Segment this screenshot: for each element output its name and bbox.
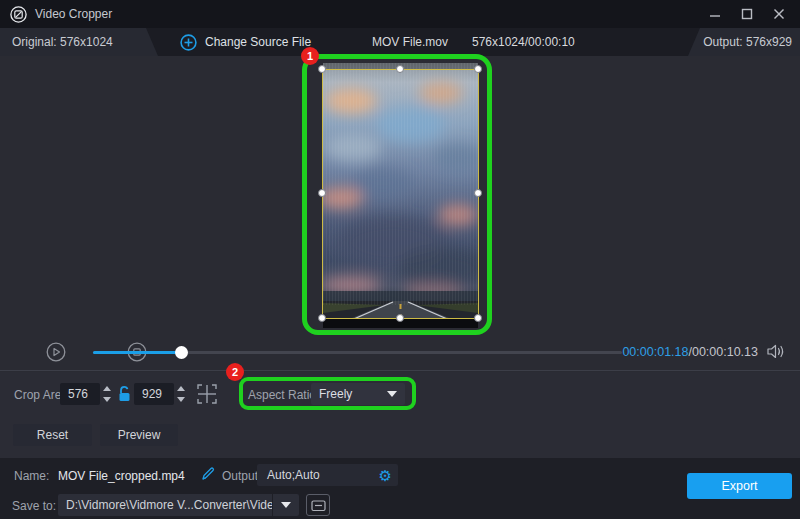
crop-width-input[interactable]: 576 — [60, 383, 100, 405]
close-icon — [773, 8, 785, 20]
aspect-ratio-dropdown[interactable]: Freely — [311, 383, 405, 405]
add-plus-icon — [180, 34, 197, 51]
close-button[interactable] — [768, 5, 790, 23]
output-size-tab: Output: 576x929 — [688, 28, 800, 56]
chevron-down-icon — [281, 502, 291, 508]
play-icon — [46, 342, 66, 362]
maximize-icon — [741, 8, 753, 20]
crop-height-input[interactable]: 929 — [134, 383, 174, 405]
original-size-label: Original: 576x1024 — [12, 35, 113, 49]
folder-icon — [311, 499, 326, 512]
rename-button[interactable] — [200, 466, 216, 482]
seek-thumb[interactable] — [175, 346, 188, 359]
window-title: Video Cropper — [35, 7, 112, 21]
crop-handle-top-left[interactable] — [318, 65, 326, 73]
aspect-ratio-value: Freely — [319, 387, 352, 401]
aspect-ratio-label: Aspect Ratio: — [248, 388, 319, 402]
minimize-icon — [709, 8, 721, 20]
aspect-lock-toggle[interactable] — [117, 385, 132, 402]
width-increment-arrow[interactable] — [103, 386, 111, 391]
output-settings-panel: Name: MOV File_cropped.mp4 Output: Auto;… — [0, 458, 800, 519]
export-button[interactable]: Export — [687, 473, 792, 499]
crop-handle-bottom-left[interactable] — [318, 314, 326, 322]
crop-height-stepper — [177, 384, 189, 404]
time-display: 00:00:01.18/00:00:10.13 — [622, 334, 758, 370]
annotation-badge-1: 1 — [301, 47, 319, 65]
annotation-badge-2: 2 — [226, 363, 244, 381]
speaker-icon — [766, 343, 786, 360]
maximize-button[interactable] — [736, 5, 758, 23]
open-folder-button[interactable] — [306, 494, 330, 516]
gear-icon[interactable]: ⚙ — [379, 468, 392, 483]
titlebar: Video Cropper — [0, 0, 800, 28]
height-decrement-arrow[interactable] — [177, 397, 185, 402]
preview-button[interactable]: Preview — [100, 424, 178, 446]
output-file-name: MOV File_cropped.mp4 — [58, 469, 185, 483]
seek-slider[interactable] — [93, 344, 622, 360]
video-cropper-window: Video Cropper Original: 576x1 — [0, 0, 800, 519]
output-format-field[interactable]: Auto;Auto ⚙ — [257, 464, 398, 486]
crop-handle-middle-right[interactable] — [474, 189, 482, 197]
crosshair-icon — [194, 381, 220, 407]
volume-button[interactable] — [766, 343, 786, 360]
reset-button[interactable]: Reset — [13, 424, 92, 446]
video-canvas — [323, 63, 478, 328]
app-logo-icon — [10, 6, 27, 23]
crop-area-row: Crop Area: 576 929 — [0, 372, 800, 416]
width-decrement-arrow[interactable] — [103, 397, 111, 402]
name-label: Name: — [14, 469, 49, 483]
playback-bar: 00:00:01.18/00:00:10.13 — [0, 334, 800, 370]
save-path-dropdown-button[interactable] — [273, 494, 299, 516]
crop-handle-bottom-middle[interactable] — [396, 314, 404, 322]
change-source-file-button[interactable]: Change Source File — [180, 28, 311, 56]
total-time: 00:00:10.13 — [692, 345, 758, 359]
save-path-field[interactable]: D:\Vidmore\Vidmore V...Converter\Video C… — [58, 494, 272, 516]
save-to-label: Save to: — [12, 499, 56, 513]
crop-handle-bottom-right[interactable] — [474, 314, 482, 322]
video-preview-area: 1 00:00:01.18/00:00:10.13 — [0, 56, 800, 371]
original-size-tab: Original: 576x1024 — [0, 28, 158, 56]
crop-handle-middle-left[interactable] — [318, 189, 326, 197]
current-file-name: MOV File.mov — [372, 28, 448, 56]
crop-handle-top-right[interactable] — [474, 65, 482, 73]
crop-selection-border[interactable] — [322, 69, 479, 319]
output-format-label: Output: — [222, 469, 261, 483]
center-crop-button[interactable] — [194, 381, 220, 407]
current-time: 00:00:01.18 — [622, 345, 688, 359]
height-increment-arrow[interactable] — [177, 386, 185, 391]
info-bar: Original: 576x1024 Change Source File MO… — [0, 28, 800, 56]
seek-progress-fill — [93, 351, 181, 354]
crop-width-stepper — [103, 384, 115, 404]
chevron-down-icon — [387, 391, 397, 397]
output-size-label: Output: 576x929 — [703, 35, 792, 49]
output-format-value: Auto;Auto — [267, 468, 320, 482]
crop-controls-panel: Crop Area: 576 929 — [0, 372, 800, 458]
change-source-file-label: Change Source File — [205, 35, 311, 49]
pencil-icon — [200, 466, 216, 482]
crop-handle-top-middle[interactable] — [396, 65, 404, 73]
minimize-button[interactable] — [704, 5, 726, 23]
current-file-info: 576x1024/00:00:10 — [472, 28, 575, 56]
play-button[interactable] — [46, 342, 66, 362]
unlock-icon — [117, 385, 132, 402]
